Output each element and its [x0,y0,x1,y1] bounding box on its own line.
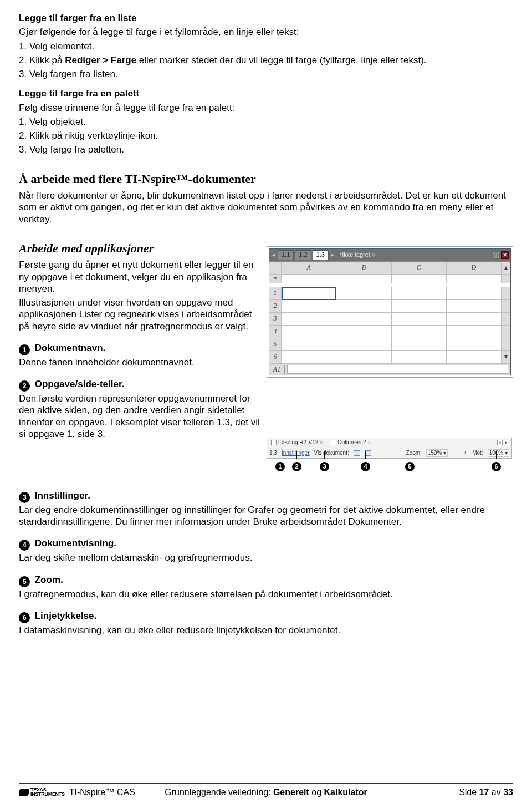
cell[interactable] [282,351,336,364]
cell[interactable] [336,351,391,364]
document-icon [271,440,277,445]
cell[interactable] [447,313,502,326]
sheet-tab[interactable]: 1.1 [278,250,294,260]
prev-page-icon[interactable]: ◂ [271,251,277,259]
document-tab[interactable]: Løsning R2-V12 × [269,439,325,446]
cell[interactable] [392,338,447,351]
cell[interactable] [447,287,502,300]
text: Følg disse trinnene for å legge til farg… [19,102,513,114]
scroll-down-icon[interactable]: ▾ [502,351,510,364]
heading-add-color-palette: Legge til farge fra en palett [19,88,513,99]
document-title: *Ikke lagret▽ [340,251,375,259]
cell[interactable] [282,300,336,313]
item-1-title: 1 Dokumentnavn. [19,342,261,355]
mot-label: Mot: [472,450,483,457]
callout-markers: 1 2 3 4 5 6 [267,461,513,480]
step-1: 1. Velg objektet. [19,116,513,128]
text: Gjør følgende for å legge til farge i et… [19,26,513,38]
view-mode-computer-icon[interactable] [354,450,360,456]
sheet-tab-active[interactable]: 1.3 [313,250,329,260]
ti-logo: TEXAS INSTRUMENTS [19,788,65,796]
zoom-dropdown[interactable]: 150% ▾ [426,449,448,458]
screenshot-spreadsheet: ◂ 1.1 1.2 1.3 ▸ *Ikke lagret▽ ⎙ ✕ A [267,246,513,378]
row-header[interactable]: 3 [269,313,282,326]
mot-dropdown[interactable]: 100% ▾ [488,449,509,458]
heading-multi-documents: Å arbeide med flere TI-Nspire™-dokumente… [19,171,513,187]
sheet-tab[interactable]: 1.2 [295,250,311,260]
cell[interactable] [336,338,391,351]
marker-icon: 2 [292,462,301,471]
cell[interactable] [392,287,447,300]
scroll-right-icon[interactable]: ▸ [504,440,509,445]
cell[interactable] [282,313,336,326]
row-header[interactable]: 4 [269,326,282,338]
item-5-desc: I grafregnermodus, kan du øke eller redu… [19,588,513,600]
cell[interactable] [336,313,391,326]
cell[interactable] [282,326,336,338]
scroll-up-icon[interactable]: ▴ [502,262,510,275]
formula-input[interactable] [287,365,508,374]
marker-icon: 5 [405,462,415,471]
heading-applications: Arbeide med applikasjoner [19,241,261,256]
cell[interactable] [392,313,447,326]
cell[interactable] [392,351,447,364]
paragraph: Når flere dokumenter er åpne, blir dokum… [19,190,513,225]
step-3: 3. Velg farge fra paletten. [19,144,513,155]
marker-icon: 1 [275,462,285,471]
paragraph: Første gang du åpner et nytt dokument el… [19,259,261,294]
close-tab-icon[interactable]: × [320,440,323,446]
item-6-title: 6 Linjetykkelse. [19,610,513,623]
document-page: Legge til farger fra en liste Gjør følge… [0,0,532,808]
scroll-left-icon[interactable]: ◂ [497,440,503,445]
item-4-title: 4 Dokumentvisning. [19,537,513,551]
column-header[interactable]: A [282,262,336,275]
cell[interactable] [336,287,391,300]
cell[interactable] [336,326,391,338]
cell[interactable] [392,300,447,313]
item-3-desc: Lar deg endre dokumentinnstillinger og i… [19,504,513,528]
row-header[interactable]: 2 [269,300,282,313]
cell[interactable] [392,326,447,338]
zoom-out-icon[interactable]: − [452,450,458,457]
cell[interactable] [447,300,502,313]
next-page-icon[interactable]: ▸ [330,251,335,259]
column-header[interactable]: D [447,262,502,275]
item-3-title: 3 Innstillinger. [19,490,513,503]
item-1-desc: Denne fanen inneholder dokumentnavnet. [19,357,261,368]
dropdown-icon[interactable]: ▽ [372,253,375,258]
cell[interactable] [282,338,336,351]
cell-selected[interactable] [282,287,336,300]
footer-left: TI-Nspire™ CAS [69,787,135,798]
item-2-title: 2 Oppgave/side-teller. [19,378,261,392]
document-tab[interactable]: Dokument2 × [329,439,372,446]
zoom-in-icon[interactable]: + [462,450,468,457]
close-icon[interactable]: ✕ [501,251,509,259]
row-header[interactable]: 6 [269,351,282,364]
cell[interactable] [447,326,502,338]
step-1: 1. Velg elementet. [19,40,513,52]
cell[interactable] [447,338,502,351]
marker-icon: 3 [320,462,329,471]
row-header[interactable]: 1 [269,287,282,300]
marker-icon: 6 [492,462,501,471]
ti-chip-icon [19,789,29,796]
settings-link[interactable]: Innstillinger [282,450,310,457]
cell-reference: A1 [269,365,285,374]
row-header[interactable]: 5 [269,338,282,351]
page-indicator[interactable]: 1.3 [269,450,277,457]
footer-center: Grunnleggende veiledning: Generelt og Ka… [165,787,367,798]
step-2: 2. Klikk på Rediger > Farge eller marker… [19,54,513,66]
column-header[interactable]: B [336,262,391,275]
document-icon [331,440,336,445]
step-2: 2. Klikk på riktig verktøylinje-ikon. [19,130,513,141]
footer-page-number: Side 17 av 33 [459,787,513,798]
heading-add-color-list: Legge til farger fra en liste [19,12,513,24]
zoom-label: Zoom: [406,450,421,457]
toolbar-icon[interactable]: ⎙ [492,251,500,259]
column-header[interactable]: C [392,262,447,275]
close-tab-icon[interactable]: × [368,440,371,446]
item-2-desc: Den første verdien representerer oppgave… [19,393,261,440]
cell[interactable] [447,351,502,364]
cell[interactable] [336,300,391,313]
marker-icon: 4 [361,462,370,471]
